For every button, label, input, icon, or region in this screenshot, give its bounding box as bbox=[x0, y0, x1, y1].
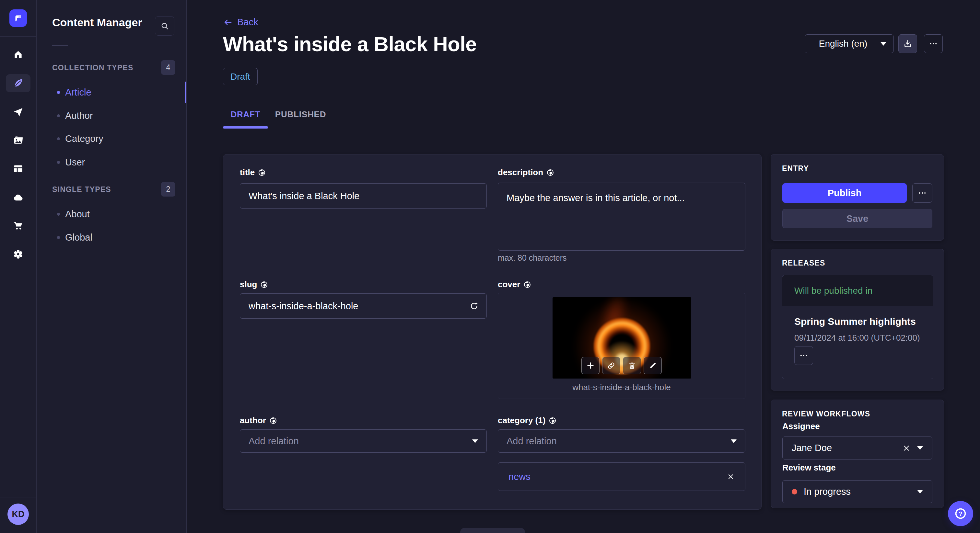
header-more-button[interactable] bbox=[924, 34, 943, 53]
collection-types-count-badge: 4 bbox=[161, 60, 175, 75]
content-manager-sidebar: Content Manager COLLECTION TYPES 4 Artic… bbox=[37, 0, 187, 533]
category-field-label: category (1) bbox=[498, 416, 557, 425]
author-placeholder: Add relation bbox=[248, 436, 467, 447]
review-panel-heading: REVIEW WORKFLOWS bbox=[782, 409, 870, 418]
sidebar-title: Content Manager bbox=[52, 16, 142, 29]
field-label-text: cover bbox=[498, 279, 520, 289]
globe-icon bbox=[549, 417, 557, 425]
caret-down-icon bbox=[917, 446, 923, 450]
bullet-icon bbox=[57, 236, 60, 239]
title-input[interactable] bbox=[240, 183, 487, 209]
plus-icon bbox=[586, 362, 595, 370]
download-button[interactable] bbox=[898, 34, 917, 53]
svg-text:?: ? bbox=[959, 510, 962, 517]
sidebar-item-about[interactable]: About bbox=[37, 202, 186, 226]
scroll-peek-element bbox=[460, 528, 525, 533]
help-button[interactable]: ? bbox=[948, 501, 973, 526]
active-tab-underline bbox=[223, 126, 268, 128]
sidebar-item-category[interactable]: Category bbox=[37, 127, 186, 150]
description-textarea[interactable]: Maybe the answer is in this article, or … bbox=[498, 182, 745, 251]
caret-down-icon bbox=[917, 490, 923, 493]
more-icon bbox=[929, 39, 938, 48]
logo-section bbox=[0, 0, 36, 36]
assignee-select[interactable]: Jane Doe bbox=[782, 436, 932, 460]
single-types-count-badge: 2 bbox=[161, 182, 175, 197]
globe-icon bbox=[546, 169, 554, 176]
active-item-indicator bbox=[185, 82, 186, 103]
nav-content-manager-button[interactable] bbox=[6, 74, 30, 92]
home-icon bbox=[13, 49, 24, 60]
nav-releases-button[interactable] bbox=[6, 103, 30, 121]
review-workflows-panel: REVIEW WORKFLOWS Assignee Jane Doe Revie… bbox=[771, 400, 944, 508]
assignee-value: Jane Doe bbox=[792, 443, 896, 453]
globe-icon bbox=[523, 281, 531, 289]
feather-icon bbox=[13, 78, 24, 89]
user-avatar[interactable]: KD bbox=[8, 503, 29, 525]
nav-settings-button[interactable] bbox=[6, 245, 30, 263]
cover-delete-button[interactable] bbox=[623, 357, 641, 374]
cover-edit-button[interactable] bbox=[644, 357, 662, 374]
search-button[interactable] bbox=[155, 16, 174, 36]
nav-content-type-builder-button[interactable] bbox=[6, 160, 30, 178]
sidebar-item-author[interactable]: Author bbox=[37, 104, 186, 127]
nav-deploy-button[interactable] bbox=[6, 189, 30, 206]
review-stage-select[interactable]: In progress bbox=[782, 480, 932, 503]
single-types-label: SINGLE TYPES bbox=[52, 185, 111, 194]
nav-home-button[interactable] bbox=[6, 45, 30, 63]
field-label-text: author bbox=[240, 416, 266, 425]
more-icon bbox=[918, 189, 927, 198]
back-link[interactable]: Back bbox=[223, 17, 258, 27]
sidebar-divider bbox=[52, 45, 68, 46]
edit-icon bbox=[649, 362, 657, 370]
tab-published[interactable]: PUBLISHED bbox=[274, 102, 327, 126]
bullet-icon bbox=[57, 91, 60, 94]
help-icon: ? bbox=[954, 507, 967, 520]
clear-icon[interactable] bbox=[902, 444, 911, 452]
sidebar-item-user[interactable]: User bbox=[37, 151, 186, 174]
save-button[interactable]: Save bbox=[782, 209, 932, 228]
more-icon bbox=[799, 351, 808, 360]
relation-link-news[interactable]: news bbox=[509, 471, 727, 482]
media-icon bbox=[13, 135, 24, 146]
bullet-icon bbox=[57, 137, 60, 140]
release-date: 09/11/2024 at 16:00 (UTC+02:00) bbox=[794, 333, 920, 343]
locale-select[interactable]: English (en) bbox=[805, 34, 894, 53]
title-field-label: title bbox=[240, 167, 266, 178]
slug-input[interactable] bbox=[240, 293, 487, 319]
strapi-logo[interactable] bbox=[10, 10, 27, 27]
caret-down-icon bbox=[731, 439, 737, 443]
nav-marketplace-button[interactable] bbox=[6, 217, 30, 235]
publish-button[interactable]: Publish bbox=[782, 183, 907, 203]
sidebar-item-global[interactable]: Global bbox=[37, 226, 186, 249]
sidebar-item-label: Article bbox=[65, 87, 91, 98]
category-relation-item: news bbox=[498, 462, 745, 491]
status-badge: Draft bbox=[223, 68, 258, 85]
entry-form-card: title description Maybe the answer is in… bbox=[223, 154, 762, 510]
rail-divider bbox=[0, 497, 36, 497]
field-label-text: slug bbox=[240, 279, 257, 289]
cloud-icon bbox=[13, 192, 24, 203]
tab-draft[interactable]: DRAFT bbox=[223, 102, 268, 126]
cover-filename: what-s-inside-a-black-hole bbox=[498, 382, 745, 392]
refresh-icon[interactable] bbox=[469, 301, 479, 311]
field-label-text: description bbox=[498, 167, 543, 178]
cover-add-button[interactable] bbox=[581, 357, 600, 374]
category-relation-select[interactable]: Add relation bbox=[498, 429, 745, 453]
nav-media-library-button[interactable] bbox=[6, 132, 30, 150]
back-arrow-icon bbox=[223, 17, 233, 27]
release-status-banner: Will be published in bbox=[782, 275, 933, 306]
release-more-button[interactable] bbox=[794, 346, 813, 365]
sidebar-item-label: About bbox=[65, 209, 90, 219]
cover-copy-link-button[interactable] bbox=[602, 357, 620, 374]
strapi-mark-icon bbox=[13, 13, 24, 24]
main-nav-rail: KD bbox=[0, 0, 37, 533]
cart-icon bbox=[13, 220, 24, 231]
release-name: Spring Summer highlights bbox=[794, 316, 916, 327]
stage-status-dot bbox=[792, 489, 797, 495]
sidebar-item-article[interactable]: Article bbox=[37, 81, 186, 104]
close-icon[interactable] bbox=[727, 473, 735, 481]
entry-more-button[interactable] bbox=[912, 183, 932, 203]
author-relation-select[interactable]: Add relation bbox=[240, 429, 487, 453]
locale-selected-value: English (en) bbox=[812, 38, 874, 49]
description-hint: max. 80 characters bbox=[498, 253, 567, 263]
